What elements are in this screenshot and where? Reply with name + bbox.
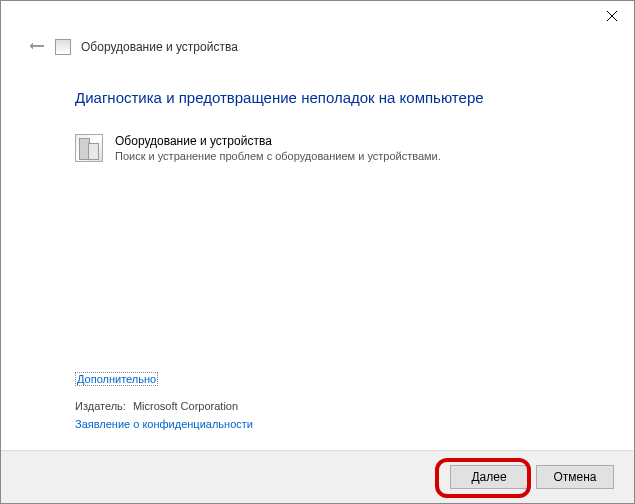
hardware-icon xyxy=(75,134,103,162)
app-icon xyxy=(55,39,71,55)
close-icon xyxy=(607,11,617,21)
publisher-value: Microsoft Corporation xyxy=(133,400,238,412)
cancel-button[interactable]: Отмена xyxy=(536,465,614,489)
main-heading: Диагностика и предотвращение неполадок н… xyxy=(75,89,590,106)
back-arrow-icon[interactable]: 🠔 xyxy=(29,39,45,55)
item-text: Оборудование и устройства Поиск и устран… xyxy=(115,134,441,162)
privacy-link[interactable]: Заявление о конфиденциальности xyxy=(75,418,590,430)
close-button[interactable] xyxy=(589,1,634,31)
footer: Далее Отмена xyxy=(1,450,634,503)
header-title: Оборудование и устройства xyxy=(81,40,238,54)
advanced-link[interactable]: Дополнительно xyxy=(75,372,158,386)
item-title: Оборудование и устройства xyxy=(115,134,441,148)
titlebar xyxy=(1,1,634,33)
next-button[interactable]: Далее xyxy=(450,465,528,489)
header-row: 🠔 Оборудование и устройства xyxy=(1,33,634,61)
troubleshooter-item: Оборудование и устройства Поиск и устран… xyxy=(75,134,590,162)
item-description: Поиск и устранение проблем с оборудовани… xyxy=(115,150,441,162)
content-area: Диагностика и предотвращение неполадок н… xyxy=(1,61,634,450)
troubleshooter-window: 🠔 Оборудование и устройства Диагностика … xyxy=(0,0,635,504)
publisher-label: Издатель: xyxy=(75,400,126,412)
publisher-row: Издатель: Microsoft Corporation xyxy=(75,400,590,412)
